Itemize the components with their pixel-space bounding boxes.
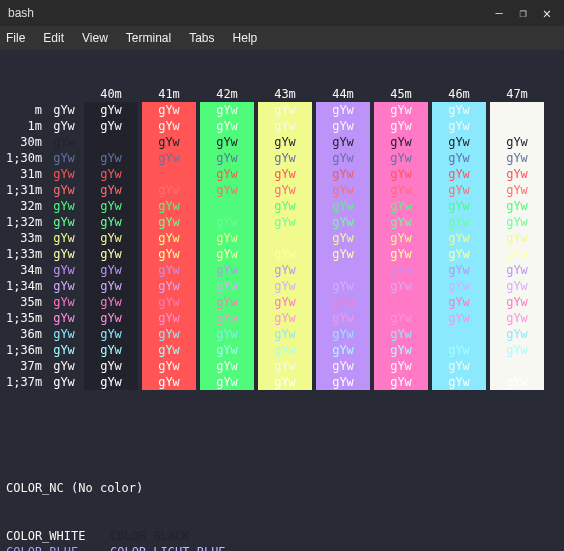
sample-cell: gYw — [432, 294, 486, 310]
sample-cell: gYw — [258, 294, 312, 310]
close-button[interactable]: ✕ — [538, 4, 556, 22]
sample-cell: gYw — [316, 342, 370, 358]
sample-cell: gYw — [374, 134, 428, 150]
menu-file[interactable]: File — [6, 31, 25, 45]
sample-cell: gYw — [490, 230, 544, 246]
sample-cell: gYw — [374, 310, 428, 326]
sample-cell: gYw — [374, 102, 428, 118]
sample-cell: gYw — [374, 230, 428, 246]
ansi-color-grid: xx40m41m42m43m44m45m46m47mmgYwgYwgYwgYwg… — [6, 86, 558, 390]
sample-cell: gYw — [490, 150, 544, 166]
grid-row: 1;31mgYwgYwgYwgYwgYwgYwgYwgYwgYw — [6, 182, 558, 198]
sample-cell: gYw — [258, 230, 312, 246]
sample-cell: gYw — [142, 182, 196, 198]
sample-cell: gYw — [84, 358, 138, 374]
sample-cell: gYw — [84, 278, 138, 294]
sample-plain: gYw — [48, 198, 80, 214]
sample-cell: gYw — [316, 118, 370, 134]
sample-cell: gYw — [490, 278, 544, 294]
sample-plain: gYw — [48, 230, 80, 246]
sample-cell: gYw — [374, 326, 428, 342]
sample-cell: gYw — [490, 358, 544, 374]
sample-plain: gYw — [48, 166, 80, 182]
fg-label: 35m — [6, 294, 44, 310]
color-key: COLOR_BLUE — [6, 544, 110, 551]
menu-tabs[interactable]: Tabs — [189, 31, 214, 45]
sample-cell: gYw — [84, 374, 138, 390]
grid-row: 1;35mgYwgYwgYwgYwgYwgYwgYwgYwgYw — [6, 310, 558, 326]
sample-cell: gYw — [490, 342, 544, 358]
bg-header: 41m — [142, 86, 196, 102]
grid-row: 1;34mgYwgYwgYwgYwgYwgYwgYwgYwgYw — [6, 278, 558, 294]
menu-terminal[interactable]: Terminal — [126, 31, 171, 45]
sample-cell: gYw — [374, 198, 428, 214]
fg-label: 32m — [6, 198, 44, 214]
bg-header: 46m — [432, 86, 486, 102]
sample-cell: gYw — [258, 358, 312, 374]
sample-cell: gYw — [432, 342, 486, 358]
sample-cell: gYw — [432, 326, 486, 342]
sample-cell: gYw — [432, 214, 486, 230]
maximize-button[interactable]: ❐ — [514, 4, 532, 22]
color-row: COLOR_WHITECOLOR_BLACK — [6, 528, 558, 544]
color-value: COLOR_BLACK — [110, 528, 189, 544]
sample-cell: gYw — [200, 246, 254, 262]
sample-cell: gYw — [316, 374, 370, 390]
sample-cell: gYw — [258, 262, 312, 278]
sample-cell: gYw — [200, 198, 254, 214]
sample-cell: gYw — [432, 246, 486, 262]
sample-cell: gYw — [142, 262, 196, 278]
sample-cell: gYw — [142, 102, 196, 118]
sample-cell: gYw — [374, 166, 428, 182]
sample-cell: gYw — [490, 214, 544, 230]
sample-plain: gYw — [48, 246, 80, 262]
sample-cell: gYw — [432, 374, 486, 390]
sample-cell: gYw — [142, 342, 196, 358]
bg-header: 42m — [200, 86, 254, 102]
sample-plain: gYw — [48, 278, 80, 294]
menu-view[interactable]: View — [82, 31, 108, 45]
sample-cell: gYw — [374, 374, 428, 390]
bg-header: 44m — [316, 86, 370, 102]
sample-cell: gYw — [84, 182, 138, 198]
menu-edit[interactable]: Edit — [43, 31, 64, 45]
minimize-button[interactable]: — — [490, 4, 508, 22]
sample-cell: gYw — [84, 246, 138, 262]
grid-row: 1mgYwgYwgYwgYwgYwgYwgYwgYwgYw — [6, 118, 558, 134]
sample-cell: gYw — [84, 310, 138, 326]
bg-header: 45m — [374, 86, 428, 102]
fg-label: 1;31m — [6, 182, 44, 198]
sample-plain: gYw — [48, 118, 80, 134]
sample-cell: gYw — [142, 326, 196, 342]
sample-cell: gYw — [374, 182, 428, 198]
sample-cell: gYw — [316, 166, 370, 182]
sample-cell: gYw — [316, 278, 370, 294]
sample-cell: gYw — [316, 102, 370, 118]
sample-plain: gYw — [48, 134, 80, 150]
sample-cell: gYw — [258, 278, 312, 294]
sample-cell: gYw — [316, 134, 370, 150]
fg-label: 1;37m — [6, 374, 44, 390]
sample-cell: gYw — [432, 134, 486, 150]
sample-cell: gYw — [142, 230, 196, 246]
grid-row: 31mgYwgYwgYwgYwgYwgYwgYwgYwgYw — [6, 166, 558, 182]
sample-cell: gYw — [432, 198, 486, 214]
sample-cell: gYw — [316, 262, 370, 278]
sample-cell: gYw — [84, 294, 138, 310]
sample-plain: gYw — [48, 342, 80, 358]
color-key: COLOR_WHITE — [6, 528, 110, 544]
grid-row: 1;37mgYwgYwgYwgYwgYwgYwgYwgYwgYw — [6, 374, 558, 390]
sample-cell: gYw — [316, 294, 370, 310]
sample-cell: gYw — [258, 198, 312, 214]
menu-help[interactable]: Help — [233, 31, 258, 45]
sample-plain: gYw — [48, 150, 80, 166]
sample-plain: gYw — [48, 182, 80, 198]
sample-cell: gYw — [84, 150, 138, 166]
terminal-viewport[interactable]: xx40m41m42m43m44m45m46m47mmgYwgYwgYwgYwg… — [0, 50, 564, 551]
sample-cell: gYw — [142, 278, 196, 294]
sample-cell: gYw — [142, 374, 196, 390]
sample-cell: gYw — [374, 294, 428, 310]
bg-header: 40m — [84, 86, 138, 102]
sample-cell: gYw — [490, 262, 544, 278]
sample-cell: gYw — [316, 326, 370, 342]
